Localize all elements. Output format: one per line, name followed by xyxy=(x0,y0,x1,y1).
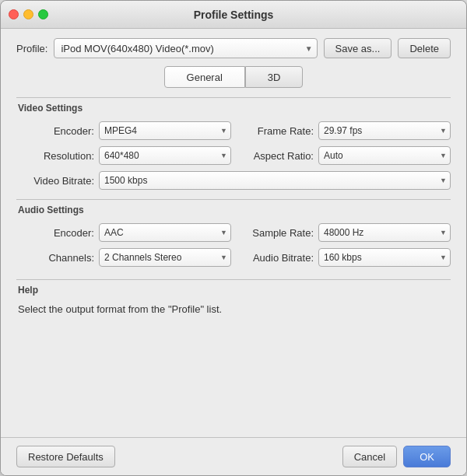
help-divider xyxy=(16,279,451,280)
audio-settings-section: Audio Settings Encoder: AAC ▼ Sample Rat… xyxy=(16,199,451,267)
title-bar: Profile Settings xyxy=(1,1,466,29)
channels-row: Channels: 2 Channels Stereo ▼ xyxy=(24,248,231,267)
close-button[interactable] xyxy=(9,9,19,19)
traffic-lights xyxy=(9,9,48,19)
audio-bitrate-select[interactable]: 160 kbps xyxy=(318,248,451,267)
resolution-select-wrapper: 640*480 ▼ xyxy=(99,146,231,165)
profile-label: Profile: xyxy=(16,43,47,54)
profile-settings-window: Profile Settings Profile: iPod MOV(640x4… xyxy=(0,0,467,476)
aspect-ratio-select-wrapper: Auto ▼ xyxy=(318,146,451,165)
video-encoder-select[interactable]: MPEG4 xyxy=(99,121,231,140)
aspect-ratio-row: Aspect Ratio: Auto ▼ xyxy=(244,146,451,165)
sample-rate-select-wrapper: 48000 Hz ▼ xyxy=(318,223,451,242)
channels-select-wrapper: 2 Channels Stereo ▼ xyxy=(99,248,231,267)
audio-encoder-label: Encoder: xyxy=(24,227,94,239)
tabs: General 3D xyxy=(16,66,451,88)
ok-button[interactable]: OK xyxy=(403,446,451,467)
profile-row: Profile: iPod MOV(640x480) Video(*.mov) … xyxy=(16,38,451,58)
frame-rate-select-wrapper: 29.97 fps ▼ xyxy=(318,121,451,140)
restore-defaults-button[interactable]: Restore Defaults xyxy=(16,446,115,467)
audio-divider xyxy=(16,199,451,200)
audio-bitrate-select-wrapper: 160 kbps ▼ xyxy=(318,248,451,267)
aspect-ratio-label: Aspect Ratio: xyxy=(244,150,314,162)
resolution-row: Resolution: 640*480 ▼ xyxy=(24,146,231,165)
window-title: Profile Settings xyxy=(194,9,274,21)
video-bitrate-select-wrapper: 1500 kbps ▼ xyxy=(99,171,451,190)
help-title: Help xyxy=(16,285,451,296)
video-settings-section: Video Settings Encoder: MPEG4 ▼ Frame Ra… xyxy=(16,97,451,190)
channels-select[interactable]: 2 Channels Stereo xyxy=(99,248,231,267)
encoder-label: Encoder: xyxy=(24,125,94,137)
cancel-button[interactable]: Cancel xyxy=(342,446,397,467)
audio-encoder-select[interactable]: AAC xyxy=(99,223,231,242)
frame-rate-select[interactable]: 29.97 fps xyxy=(318,121,451,140)
encoder-select-wrapper: MPEG4 ▼ xyxy=(99,121,231,140)
minimize-button[interactable] xyxy=(23,9,33,19)
bottom-bar: Restore Defaults Cancel OK xyxy=(1,437,466,475)
video-bitrate-row: Video Bitrate: 1500 kbps ▼ xyxy=(16,171,451,190)
help-text: Select the output format from the "Profi… xyxy=(16,303,451,315)
audio-settings-title: Audio Settings xyxy=(16,205,451,215)
frame-rate-label: Frame Rate: xyxy=(244,125,314,137)
profile-select[interactable]: iPod MOV(640x480) Video(*.mov) xyxy=(54,38,317,58)
video-bitrate-label: Video Bitrate: xyxy=(24,175,94,187)
video-divider xyxy=(16,97,451,98)
main-content: Profile: iPod MOV(640x480) Video(*.mov) … xyxy=(1,29,466,437)
video-bitrate-select[interactable]: 1500 kbps xyxy=(99,171,451,190)
help-section: Help Select the output format from the "… xyxy=(16,279,451,418)
save-as-button[interactable]: Save as... xyxy=(324,38,392,58)
audio-bitrate-label: Audio Bitrate: xyxy=(244,252,314,264)
tab-3d[interactable]: 3D xyxy=(245,66,304,88)
tab-general[interactable]: General xyxy=(164,66,245,88)
channels-label: Channels: xyxy=(24,252,94,264)
resolution-label: Resolution: xyxy=(24,150,94,162)
maximize-button[interactable] xyxy=(38,9,48,19)
aspect-ratio-select[interactable]: Auto xyxy=(318,146,451,165)
audio-encoder-select-wrapper: AAC ▼ xyxy=(99,223,231,242)
profile-select-wrapper: iPod MOV(640x480) Video(*.mov) ▼ xyxy=(54,38,317,58)
frame-rate-row: Frame Rate: 29.97 fps ▼ xyxy=(244,121,451,140)
sample-rate-select[interactable]: 48000 Hz xyxy=(318,223,451,242)
video-settings-grid: Encoder: MPEG4 ▼ Frame Rate: 29.97 fps ▼ xyxy=(16,121,451,165)
resolution-select[interactable]: 640*480 xyxy=(99,146,231,165)
sample-rate-row: Sample Rate: 48000 Hz ▼ xyxy=(244,223,451,242)
delete-button[interactable]: Delete xyxy=(398,38,451,58)
video-settings-title: Video Settings xyxy=(16,103,451,114)
audio-bitrate-row: Audio Bitrate: 160 kbps ▼ xyxy=(244,248,451,267)
audio-settings-grid: Encoder: AAC ▼ Sample Rate: 48000 Hz ▼ xyxy=(16,223,451,267)
audio-encoder-row: Encoder: AAC ▼ xyxy=(24,223,231,242)
sample-rate-label: Sample Rate: xyxy=(244,227,314,239)
bottom-right-buttons: Cancel OK xyxy=(342,446,451,467)
encoder-row: Encoder: MPEG4 ▼ xyxy=(24,121,231,140)
